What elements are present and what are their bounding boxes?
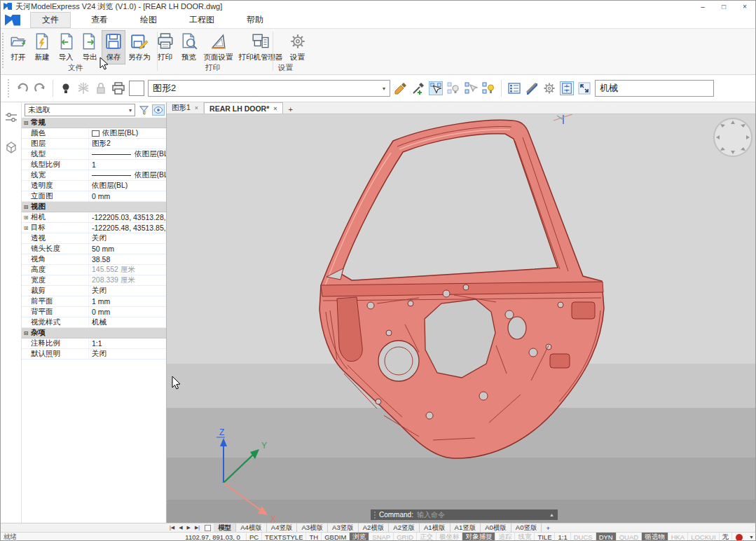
property-row[interactable]: 立面图 0 mm [22,191,166,202]
status-toggle[interactable]: 线宽 [515,533,535,541]
property-value[interactable]: 38.58 [89,255,166,263]
ribbon-button[interactable]: 导入 [54,30,78,64]
property-value[interactable]: 145.552 厘米 [89,265,166,275]
color-swatch[interactable] [129,81,144,96]
layout-tab[interactable]: A3竖版 [328,523,359,533]
new-tab-button[interactable]: + [283,105,298,114]
expand-icon[interactable]: ⊞ [22,225,30,231]
layout-tab[interactable]: 模型 [214,523,236,533]
property-row[interactable]: 视角 38.58 [22,254,166,265]
status-toggle[interactable]: TILE [535,533,555,541]
expand-icon[interactable]: ⊞ [22,214,30,221]
ribbon-button[interactable]: 预览 [177,30,201,64]
gear-icon[interactable] [542,81,556,95]
status-toggle[interactable]: QUAD [617,533,642,541]
redo-icon[interactable] [33,81,47,95]
status-toggle[interactable]: DYN [596,533,617,541]
layout-nav-icon[interactable]: ◀ [177,525,184,530]
selection-filter-combo[interactable]: 未选取 ▾ [25,104,135,116]
expand-icon[interactable]: ⊟ [22,330,30,336]
property-row[interactable]: 前平面 1 mm [22,296,166,307]
lock-icon[interactable] [94,81,108,95]
property-value[interactable]: 图形2 [89,139,166,149]
document-tab[interactable]: REAR LH DOOR* × [204,102,282,114]
layout-nav-icon[interactable]: ▶| [193,525,202,530]
ribbon-button[interactable]: 打开 [6,30,30,64]
isolate-objects-icon[interactable] [446,81,460,95]
layout-nav-icon[interactable]: ▶ [185,525,193,530]
status-toggle[interactable]: 循选物 [642,533,668,541]
property-value[interactable]: 1 mm [89,297,166,306]
ribbon-button[interactable]: 新建 [30,30,54,64]
property-value[interactable]: 关闭 [89,286,166,296]
property-value[interactable]: 0 mm [89,308,166,316]
status-toggle[interactable]: 浏览 [350,533,369,541]
property-value[interactable]: 依图层(BL) [89,149,166,159]
paint-brush-icon[interactable] [394,81,408,95]
property-row[interactable]: ⊞ 相机 -122205.03, 43513.28, -131 [22,212,166,223]
viewport-config-icon[interactable] [560,81,574,95]
toolbar-grip[interactable] [8,79,9,97]
command-input-hint[interactable]: 输入命令 [417,510,445,520]
menu-item[interactable]: 帮助 [235,12,275,28]
toggle-pickadd-button[interactable] [152,104,165,116]
property-value[interactable]: -122205.48, 43513.85, -131 [89,224,166,232]
ribbon-button[interactable]: 保存 [102,30,125,64]
ribbon-button[interactable]: 另存为 [125,30,153,64]
property-value[interactable]: 0 mm [89,192,166,200]
status-toggle[interactable]: GRID [394,533,417,541]
layout-tab[interactable]: A4横版 [236,523,267,533]
status-toggle[interactable]: 追踪 [495,533,515,541]
property-row[interactable]: 默认照明 关闭 [22,349,166,359]
layout-nav-icon[interactable]: |◀ [167,525,177,530]
select-highlight-icon[interactable] [429,81,443,95]
command-bar[interactable]: Command: 输入命令 ▲ [371,509,558,520]
command-bar-grip[interactable] [374,512,376,519]
maximize-button[interactable]: □ [713,1,734,12]
property-value[interactable]: 依图层(BL) [89,181,166,191]
status-toggle[interactable]: PC [247,533,262,541]
property-row[interactable]: 透视 关闭 [22,233,166,244]
status-toggle[interactable]: 正交 [417,533,437,541]
status-toggle[interactable]: GBDIM [322,533,350,541]
property-row[interactable]: 视觉样式 机械 [22,317,166,328]
property-row[interactable]: 注释比例 1:1 [22,338,166,349]
layout-tab[interactable]: A0竖版 [511,523,542,533]
ribbon-button[interactable]: 页面设置 [201,30,236,64]
property-value[interactable]: 依图层(BL) [89,170,166,180]
menu-item[interactable]: 文件 [30,12,71,28]
drawing-name-combo[interactable]: 图形2 ▾ [148,80,390,97]
status-toggle[interactable]: HKA [668,533,689,541]
document-tab[interactable]: 图形1 × [167,102,204,114]
expand-icon[interactable]: ⊟ [22,204,30,210]
expand-icon[interactable]: ⊟ [22,120,30,126]
undo-icon[interactable] [15,81,29,95]
layout-tab[interactable]: A2横版 [359,523,390,533]
model-tree-icon[interactable] [4,140,18,154]
layout-tab[interactable]: A0横版 [481,523,511,533]
layout-tab[interactable]: A4竖版 [267,523,298,533]
freeze-icon[interactable] [76,81,90,95]
status-menu-caret-icon[interactable]: ▼ [746,535,756,540]
ribbon-button[interactable]: 导出 [78,30,102,64]
match-properties-icon[interactable] [411,81,425,95]
layout-tab[interactable]: A2竖版 [389,523,420,533]
status-toggle[interactable]: 极坐标 [437,533,463,541]
collapse-icon[interactable]: ▲ [549,512,554,517]
status-toggle[interactable]: 1:1 [555,533,570,541]
property-value[interactable]: 1 [89,160,166,169]
property-row[interactable]: 裁剪 关闭 [22,286,166,296]
layout-sheet-icon[interactable] [205,525,211,531]
select-similar-icon[interactable] [464,81,478,95]
status-toggle[interactable]: SNAP [369,533,394,541]
status-toggle[interactable]: DUCS [571,533,596,541]
property-value[interactable]: 机械 [89,317,166,327]
status-toggle[interactable]: 对象捕捉 [462,533,495,541]
status-toggle[interactable]: TEXTSTYLE [262,533,306,541]
door-model[interactable] [319,120,604,458]
property-row[interactable]: 颜色 依图层(BL) [22,128,166,139]
property-value[interactable]: 依图层(BL) [89,128,166,138]
property-row[interactable]: 宽度 208.339 厘米 [22,275,166,286]
annotation-badge-icon[interactable] [736,534,743,541]
property-row[interactable]: 线宽 依图层(BL) [22,170,166,181]
